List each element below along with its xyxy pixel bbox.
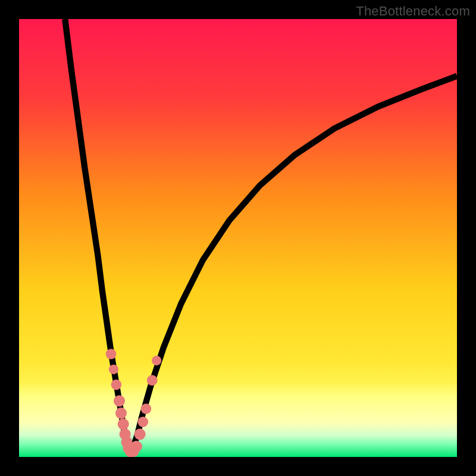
bead-marker [147, 375, 158, 386]
bead-marker [131, 441, 142, 452]
bead-marker [109, 365, 118, 374]
bead-marker [114, 395, 125, 406]
bead-marker [115, 408, 127, 419]
gradient-background [19, 19, 457, 457]
bead-marker [134, 428, 146, 440]
chart-frame: TheBottleneck.com [0, 0, 476, 476]
bead-marker [141, 403, 152, 414]
bead-marker [111, 380, 122, 390]
bead-marker [106, 349, 117, 359]
bead-marker [118, 418, 129, 430]
plot-area [19, 19, 457, 457]
bead-marker [137, 416, 148, 427]
watermark-text: TheBottleneck.com [356, 4, 470, 19]
bead-marker [152, 356, 161, 365]
